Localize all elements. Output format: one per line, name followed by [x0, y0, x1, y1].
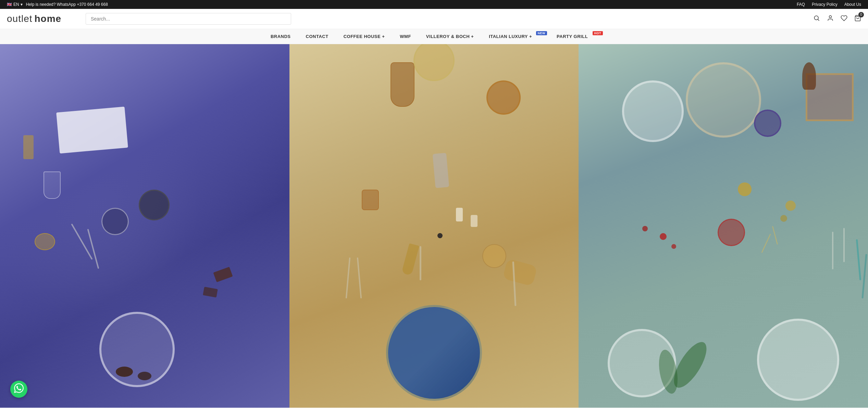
lang-label: EN	[13, 2, 19, 7]
about-us-link[interactable]: About Us	[844, 2, 861, 7]
search-button[interactable]	[813, 15, 820, 23]
hero-panel-right	[579, 44, 868, 408]
nav-brands-label: BRANDS	[271, 34, 291, 39]
flag-icon: 🇬🇧	[7, 2, 12, 7]
header-icons: 0	[806, 15, 861, 23]
user-icon	[827, 15, 834, 22]
header: outlet home	[0, 9, 868, 29]
wishlist-button[interactable]	[841, 15, 847, 23]
nav-item-villeroy-boch[interactable]: VILLEROY & BOCH +	[419, 29, 481, 44]
nav-party-grill-label: PARTY GRILL	[557, 34, 588, 39]
nav-villeroy-label: VILLEROY & BOCH	[426, 34, 470, 39]
whatsapp-icon	[14, 383, 24, 395]
nav-italian-plus: +	[529, 34, 532, 39]
faq-link[interactable]: FAQ	[797, 2, 805, 7]
nav-italian-label: ITALIAN LUXURY	[489, 34, 528, 39]
hero-panel-center	[289, 44, 579, 408]
language-selector[interactable]: 🇬🇧 EN ▾	[7, 2, 23, 7]
nav-coffee-house-plus: +	[382, 34, 385, 39]
privacy-policy-link[interactable]: Privacy Policy	[812, 2, 838, 7]
hero-panel-left	[0, 44, 289, 408]
nav-item-italian-luxury[interactable]: ITALIAN LUXURY + NEW	[481, 29, 549, 44]
hero-section	[0, 44, 868, 408]
main-nav: BRANDS CONTACT COFFEE HOUSE + WMF VILLER…	[0, 29, 868, 44]
logo-home-text: home	[35, 13, 62, 24]
site-logo[interactable]: outlet home	[7, 13, 75, 24]
search-icon	[813, 15, 820, 22]
nav-villeroy-plus: +	[471, 34, 474, 39]
top-bar-left: 🇬🇧 EN ▾ Help is needed? WhatsApp +370 66…	[7, 2, 108, 7]
help-text: Help is needed? WhatsApp +370 664 49 668	[26, 2, 108, 7]
nav-coffee-house-label: COFFEE HOUSE	[344, 34, 381, 39]
svg-point-0	[814, 16, 818, 20]
cart-count-badge: 0	[858, 12, 864, 17]
hot-badge: HOT	[593, 31, 603, 35]
nav-item-coffee-house[interactable]: COFFEE HOUSE +	[336, 29, 393, 44]
nav-item-wmf[interactable]: WMF	[392, 29, 419, 44]
nav-item-party-grill[interactable]: PARTY GRILL HOT	[549, 29, 605, 44]
lang-dropdown-arrow: ▾	[21, 2, 23, 7]
logo-outlet-text: outlet	[7, 13, 33, 24]
wishlist-icon	[841, 15, 847, 22]
top-bar: 🇬🇧 EN ▾ Help is needed? WhatsApp +370 66…	[0, 0, 868, 9]
search-input[interactable]	[86, 13, 291, 25]
nav-contact-label: CONTACT	[306, 34, 328, 39]
svg-line-1	[818, 19, 819, 21]
top-bar-links: FAQ Privacy Policy About Us	[797, 2, 861, 7]
nav-item-brands[interactable]: BRANDS	[263, 29, 298, 44]
whatsapp-button[interactable]	[10, 381, 27, 398]
nav-wmf-label: WMF	[400, 34, 411, 39]
cart-button[interactable]: 0	[854, 15, 861, 23]
new-badge: NEW	[536, 31, 547, 35]
search-bar	[86, 13, 291, 25]
nav-item-contact[interactable]: CONTACT	[298, 29, 336, 44]
svg-point-2	[829, 15, 832, 18]
user-account-button[interactable]	[827, 15, 834, 23]
